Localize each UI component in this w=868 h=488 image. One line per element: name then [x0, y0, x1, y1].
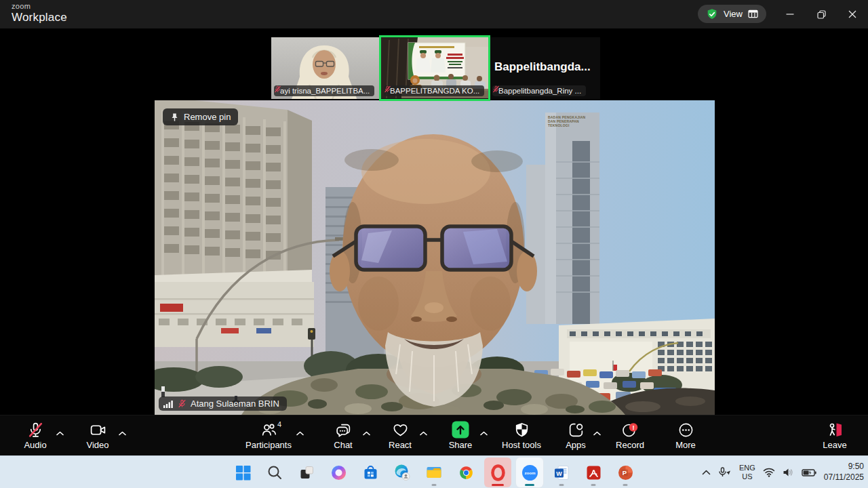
video-options-chevron[interactable]	[119, 426, 126, 439]
more-label: More	[675, 440, 696, 450]
active-app-indicator	[525, 484, 534, 486]
muted-mic-icon	[27, 422, 44, 439]
acrobat-button[interactable]	[580, 458, 607, 487]
tray-mic-in-use-icon[interactable]	[718, 467, 732, 478]
pinned-participant-name-text: Atang Sulaeman BRIN	[191, 399, 279, 409]
powerpoint-button[interactable]: P	[612, 458, 639, 487]
apps-label: Apps	[566, 440, 586, 450]
zoom-app-button[interactable]: zoom	[516, 458, 543, 487]
language-line1: ENG	[739, 464, 755, 472]
pinned-participant-name-label: Atang Sulaeman BRIN	[159, 396, 287, 411]
system-tray: ENG US 9:50 07/11/2025	[702, 456, 864, 488]
audio-options-chevron[interactable]	[56, 426, 64, 439]
opera-button[interactable]	[484, 458, 511, 487]
minimize-button[interactable]	[774, 0, 806, 28]
react-label: React	[389, 440, 412, 450]
apps-icon	[568, 422, 585, 439]
network-signal-icon	[163, 400, 174, 408]
file-explorer-button[interactable]	[420, 458, 448, 487]
meeting-stage: ayi trisna_BAPPELITBA...	[0, 28, 868, 415]
gallery-grid-icon	[748, 9, 758, 18]
active-app-indicator	[492, 484, 504, 486]
bppt-building-sign-text: BADAN PENGKAJIAN DAN PENERAPAN TEKNOLOGI	[548, 115, 590, 127]
view-button[interactable]: View	[698, 5, 766, 23]
share-button[interactable]: Share	[437, 420, 484, 450]
copilot-icon	[330, 464, 347, 481]
word-letter: W	[556, 470, 562, 476]
apps-button[interactable]: Apps	[555, 420, 597, 450]
clock[interactable]: 9:50 07/11/2025	[824, 462, 864, 483]
more-button[interactable]: More	[663, 420, 708, 450]
acrobat-icon	[585, 464, 602, 481]
pin-icon	[170, 113, 179, 122]
video-tile-bappelitbangda-meeting-room[interactable]: BAPPELITBANGDA KO...	[381, 37, 488, 99]
host-tools-button[interactable]: Host tools	[491, 420, 552, 450]
city-street-virtual-background	[155, 100, 715, 415]
participant-name-label: Bappelitbangda_Riny ...	[492, 85, 586, 96]
microsoft-store-icon	[362, 464, 379, 481]
volume-icon[interactable]	[783, 468, 794, 477]
wifi-icon[interactable]	[763, 468, 775, 477]
chrome-button[interactable]	[452, 458, 479, 487]
video-button[interactable]: Video	[73, 420, 122, 450]
remove-pin-button[interactable]: Remove pin	[163, 108, 238, 125]
security-shield-icon	[706, 8, 718, 20]
muted-mic-icon	[178, 399, 186, 408]
participant-display-name: Bappelitbangda...	[494, 60, 591, 74]
participants-button[interactable]: 4 Participants	[237, 420, 300, 450]
video-tile-ayi-trisna[interactable]: ayi trisna_BAPPELITBA...	[271, 37, 380, 99]
react-button[interactable]: React	[377, 420, 423, 450]
file-explorer-icon	[425, 464, 443, 481]
edge-icon	[393, 464, 411, 481]
powerpoint-icon: P	[617, 464, 634, 481]
participants-icon	[260, 422, 277, 439]
video-filmstrip: ayi trisna_BAPPELITBA...	[271, 37, 600, 99]
word-button[interactable]: W	[548, 458, 575, 487]
video-camera-icon	[90, 422, 106, 439]
react-options-chevron[interactable]	[420, 426, 427, 439]
chat-icon	[335, 422, 352, 439]
participants-count-badge: 4	[277, 420, 281, 428]
brand-workplace-text: Workplace	[12, 12, 67, 23]
apps-options-chevron[interactable]	[593, 426, 601, 439]
tray-chevron-up-icon[interactable]	[702, 470, 711, 475]
host-tools-shield-icon	[513, 422, 530, 439]
ppt-letter: P	[622, 469, 627, 476]
participant-name-text: Bappelitbangda_Riny ...	[498, 87, 581, 95]
edge-button[interactable]	[389, 458, 416, 487]
video-label: Video	[86, 440, 108, 450]
open-app-indicator	[591, 484, 596, 486]
participants-options-chevron[interactable]	[296, 426, 304, 439]
open-app-indicator	[623, 484, 628, 486]
close-button[interactable]	[837, 0, 868, 28]
participant-name-text: ayi trisna_BAPPELITBA...	[280, 87, 370, 95]
task-view-icon	[298, 464, 315, 481]
task-view-button[interactable]	[293, 458, 320, 487]
record-icon: !	[621, 421, 639, 439]
battery-icon[interactable]	[802, 468, 816, 477]
participant-name-label: BAPPELITBANGDA KO...	[384, 85, 484, 96]
video-tile-bappelitbangda-riny[interactable]: Bappelitbangda... Bappelitbangda_Riny ..…	[490, 37, 600, 99]
chrome-icon	[458, 464, 475, 481]
brand-zoom-text: zoom	[12, 3, 67, 10]
record-button[interactable]: ! Record	[608, 420, 652, 450]
microsoft-store-button[interactable]	[357, 458, 384, 487]
start-button[interactable]	[229, 458, 256, 487]
word-icon: W	[553, 464, 570, 481]
language-indicator[interactable]: ENG US	[739, 464, 755, 481]
share-label: Share	[449, 440, 473, 450]
pinned-main-video[interactable]: BADAN PENGKAJIAN DAN PENERAPAN TEKNOLOGI…	[155, 100, 715, 415]
leave-door-icon	[826, 421, 844, 439]
chat-button[interactable]: Chat	[320, 420, 366, 450]
share-options-chevron[interactable]	[480, 426, 488, 439]
audio-button[interactable]: Audio	[11, 420, 60, 450]
leave-button[interactable]: Leave	[811, 420, 859, 450]
search-button[interactable]	[261, 458, 288, 487]
search-icon	[267, 464, 283, 481]
windows-taskbar: zoom W P E	[0, 455, 868, 488]
chat-options-chevron[interactable]	[363, 426, 370, 439]
tray-date: 07/11/2025	[824, 472, 864, 483]
zoom-meeting-window: zoom Workplace View	[0, 0, 868, 488]
copilot-button[interactable]	[325, 458, 352, 487]
restore-button[interactable]	[806, 0, 837, 28]
